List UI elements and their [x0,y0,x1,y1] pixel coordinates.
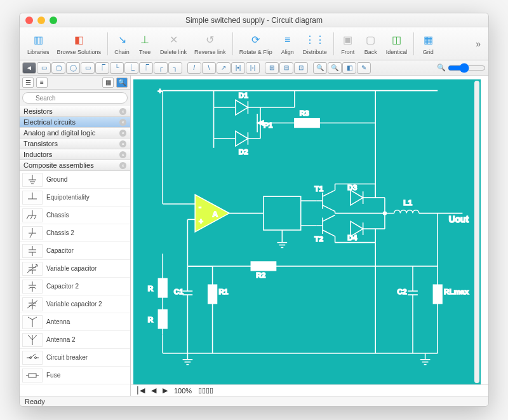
titlebar: Simple switched supply - Circuit diagram [20,13,488,27]
toolbar-grid[interactable]: ▦Grid [417,31,439,57]
category-inductors[interactable]: Inductors× [20,149,130,160]
category-analog-and-digital-logic[interactable]: Analog and digital logic× [20,128,130,139]
svg-rect-122 [208,285,217,303]
svg-text:P1: P1 [264,121,273,129]
shape-capacitor-2[interactable]: Capacitor 2 [20,278,130,295]
shape-chassis[interactable]: Chassis [20,207,130,224]
nav-next-icon[interactable]: ▶ [163,386,168,395]
toolstrip-btn-23[interactable]: ◧ [342,62,356,74]
toolstrip-btn-8[interactable]: ┌ [154,62,168,74]
shape-chassis-2[interactable]: Chassis 2 [20,224,130,242]
svg-text:D3: D3 [347,183,357,191]
list-view-icon[interactable]: ≡ [36,78,48,88]
zoom-slider[interactable]: 🔍 [437,63,486,73]
shape-toolstrip: ◄ ▭▢◯▭⎾└⎿⎾┌┐/\↗|•||◦|⊞⊟⊡🔍🔍◧✎🔍 [20,60,488,76]
shape-circuit-breaker[interactable]: Circuit breaker [20,349,130,367]
nav-prev-icon[interactable]: ◀ [151,386,156,395]
svg-text:R: R [148,284,154,292]
close-icon[interactable]: × [119,108,126,115]
shape-fuse[interactable]: Fuse [20,367,130,384]
toolbar-libraries[interactable]: ▥Libraries [23,31,53,57]
search-toggle-icon[interactable]: 🔍 [116,78,128,88]
chassis-2-icon [22,226,43,240]
toolbar-back[interactable]: ▢Back [359,31,382,57]
toolstrip-btn-7[interactable]: ⎾ [139,62,153,74]
window-title: Simple switched supply - Circuit diagram [20,16,488,25]
shape-equipotentiality[interactable]: Equipotentiality [20,189,130,207]
toolbar-browse-solutions[interactable]: ◧Browse Solutions [53,31,105,57]
svg-text:C2: C2 [398,287,407,295]
close-icon[interactable]: × [119,130,126,137]
toolstrip-btn-24[interactable]: ✎ [357,62,371,74]
shape-antenna[interactable]: Antenna [20,313,130,331]
toolstrip-btn-18[interactable]: ⊟ [279,62,293,74]
tree-view-icon[interactable]: ☰ [22,78,34,88]
toolstrip-btn-17[interactable]: ⊞ [265,62,279,74]
toolbar-distribute[interactable]: ⋮⋮Distribute [299,31,331,57]
shape-variable-capacitor-2[interactable]: Variable capacitor 2 [20,295,130,313]
toolbar-tree[interactable]: ⊥Tree [133,31,156,57]
close-icon[interactable]: × [119,119,126,126]
zoom-out-icon[interactable]: 🔍 [437,64,446,72]
svg-text:+: + [199,217,203,225]
category-electrical-circuits[interactable]: Electrical circuits× [20,117,130,128]
toolbar-chain[interactable]: ↘Chain [110,31,133,57]
category-resistors[interactable]: Resistors× [20,106,130,117]
canvas-scrollbar[interactable] [474,81,479,383]
circuit-canvas[interactable]: + D1 D2 P1 R3 [133,79,481,384]
close-icon[interactable]: × [119,140,126,147]
status-text: Ready [25,398,45,405]
shape-capacitor[interactable]: Capacitor [20,242,130,260]
distribute-icon: ⋮⋮ [307,32,323,48]
category-transistors[interactable]: Transistors× [20,139,130,149]
toolstrip-btn-13[interactable]: ↗ [217,62,231,74]
svg-line-8 [27,215,29,219]
toolstrip-btn-0[interactable]: ▭ [37,62,51,74]
toolstrip-btn-12[interactable]: \ [202,62,216,74]
toolstrip-btn-4[interactable]: ⎾ [95,62,109,74]
panel-header: ☰ ≡ ▦ 🔍 [20,76,130,90]
pointer-tool[interactable]: ◄ [22,62,36,74]
grid-view-icon[interactable]: ▦ [102,78,114,88]
shape-variable-capacitor[interactable]: Variable capacitor [20,260,130,278]
close-icon[interactable]: × [119,151,126,158]
svg-line-9 [30,215,32,219]
toolstrip-btn-15[interactable]: |◦| [246,62,260,74]
toolstrip-btn-19[interactable]: ⊡ [294,62,308,74]
back-icon: ▢ [363,32,378,48]
toolstrip-btn-11[interactable]: / [187,62,201,74]
toolstrip-btn-6[interactable]: ⎿ [124,62,138,74]
toolbar-reverse-link[interactable]: ↺Reverse link [190,31,230,57]
canvas-area: + D1 D2 P1 R3 [131,76,488,396]
toolstrip-btn-14[interactable]: |•| [231,62,245,74]
svg-text:Uout: Uout [449,215,469,224]
svg-text:L1: L1 [403,198,412,207]
toolbar-front[interactable]: ▣Front [337,31,359,57]
toolstrip-btn-22[interactable]: 🔍 [328,62,342,74]
page-tabs-icon[interactable]: ▯▯▯▯ [198,386,213,395]
toolstrip-btn-5[interactable]: └ [110,62,124,74]
toolbar-identical[interactable]: ◫Identical [382,31,411,57]
toolbar-delete-link[interactable]: ✕Delete link [156,31,190,57]
toolbar-rotate-flip[interactable]: ⟳Rotate & Flip [236,31,276,57]
shape-antenna-2[interactable]: Antenna 2 [20,331,130,349]
search-input[interactable] [22,92,128,104]
toolbar-overflow-icon[interactable]: » [472,39,485,49]
svg-rect-132 [433,285,442,303]
zoom-range[interactable] [448,63,486,73]
toolstrip-btn-2[interactable]: ◯ [66,62,80,74]
toolstrip-btn-3[interactable]: ▭ [81,62,95,74]
category-composite-assemblies[interactable]: Composite assemblies× [20,160,130,171]
nav-first-icon[interactable]: ⎮◀ [136,386,145,395]
svg-text:+: + [157,86,162,95]
toolbar-align[interactable]: ≡Align [276,31,299,57]
toolstrip-btn-21[interactable]: 🔍 [313,62,327,74]
shape-list[interactable]: GroundEquipotentialityChassisChassis 2Ca… [20,171,130,396]
shape-ground[interactable]: Ground [20,171,130,189]
toolstrip-btn-9[interactable]: ┐ [168,62,182,74]
equipotentiality-icon [22,191,43,205]
close-icon[interactable]: × [119,162,126,169]
fuse-icon [22,369,43,383]
toolstrip-btn-1[interactable]: ▢ [51,62,65,74]
antenna-icon [22,315,43,329]
